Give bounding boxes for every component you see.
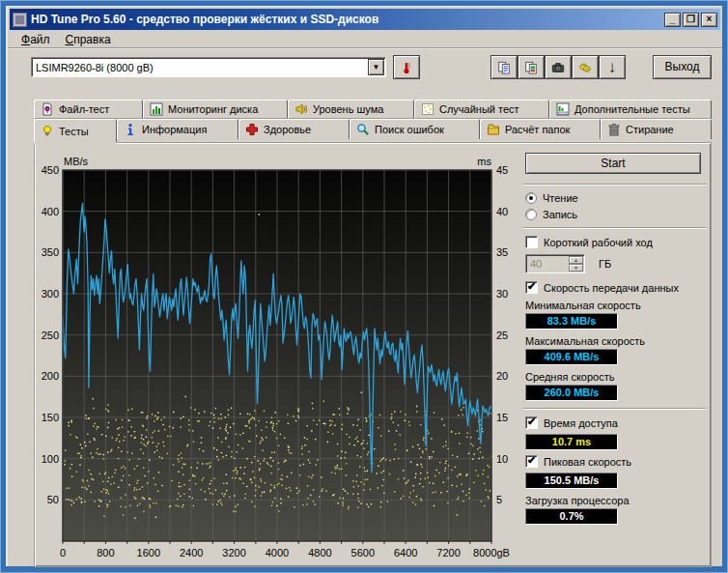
tab-file-test[interactable]: Файл-тест <box>34 100 143 119</box>
tab-label: Уровень шума <box>313 103 383 115</box>
read-radio-row[interactable]: Чтение <box>525 192 707 204</box>
start-button[interactable]: Start <box>525 153 701 174</box>
read-label: Чтение <box>543 192 578 204</box>
tab-extra-tests[interactable]: Дополнительные тесты <box>549 100 712 119</box>
noise-level-icon <box>294 102 308 116</box>
tab-folder-usage[interactable]: Расчёт папок <box>480 119 601 139</box>
tab-label: Информация <box>142 124 207 135</box>
max-speed-label: Максимальная скорость <box>525 335 707 347</box>
svg-text:8000gB: 8000gB <box>473 547 510 559</box>
write-radio-row[interactable]: Запись <box>525 209 707 220</box>
transfer-rate-checkbox[interactable]: ✔ <box>525 281 538 294</box>
tab-label: Поиск ошибок <box>375 124 444 135</box>
svg-text:800: 800 <box>97 547 114 559</box>
title-bar[interactable]: HD Tune Pro 5.60 - средство проверки жёс… <box>10 9 720 30</box>
short-stroke-checkbox[interactable]: ✔ <box>525 236 538 248</box>
menu-bar: Файл Справка <box>8 30 722 49</box>
svg-text:1600: 1600 <box>137 547 160 559</box>
spinner-up-icon[interactable]: ▲ <box>569 256 583 264</box>
maximize-button[interactable]: ❐ <box>683 13 699 27</box>
svg-text:7200: 7200 <box>436 547 460 559</box>
drive-select-value: LSIMR9260-8i (8000 gB) <box>32 62 367 73</box>
separator <box>523 408 707 410</box>
window-body: HD Tune Pro 5.60 - средство проверки жёс… <box>6 6 722 566</box>
svg-text:50: 50 <box>47 494 59 505</box>
spinner-down-icon[interactable]: ▼ <box>569 264 583 272</box>
capacity-value: 40 <box>526 255 568 272</box>
capacity-spinner[interactable]: 40 ▲▼ <box>525 254 585 273</box>
tab-label: Мониторинг диска <box>168 103 258 115</box>
svg-text:40: 40 <box>496 206 508 217</box>
copy-text-button[interactable] <box>490 55 518 79</box>
tab-random-test[interactable]: Случайный тест <box>414 100 549 119</box>
cpu-usage-value: 0.7% <box>525 508 618 525</box>
save-results-button[interactable]: ↓ <box>599 55 626 79</box>
chevron-down-icon[interactable]: ▼ <box>368 59 384 75</box>
minimize-button[interactable]: _ <box>664 13 681 27</box>
drive-select[interactable]: LSIMR9260-8i (8000 gB) ▼ <box>31 57 386 77</box>
exit-button[interactable]: Выход <box>653 55 712 79</box>
burst-rate-checkbox[interactable]: ✔ <box>525 455 538 468</box>
menu-file[interactable]: Файл <box>14 31 58 48</box>
read-radio[interactable] <box>525 192 537 204</box>
burst-rate-label: Пиковая скорость <box>544 456 631 468</box>
short-stroke-size-row: 40 ▲▼ ГБ <box>525 254 707 273</box>
tab-label: Тесты <box>59 126 89 137</box>
tab-error-scan[interactable]: Поиск ошибок <box>350 119 480 139</box>
close-button[interactable]: × <box>701 13 717 27</box>
svg-text:3200: 3200 <box>222 547 245 559</box>
svg-text:300: 300 <box>42 288 59 300</box>
cpu-usage-label: Загрузка процессора <box>525 495 707 506</box>
hands-button[interactable] <box>572 55 599 79</box>
svg-text:400: 400 <box>42 206 59 217</box>
tab-row-1: Файл-тест Мониторинг диска Уровень шума … <box>34 100 712 119</box>
tab-disk-monitor[interactable]: Мониторинг диска <box>143 100 288 119</box>
hands-icon <box>578 61 592 74</box>
svg-text:0: 0 <box>60 547 66 559</box>
copy-image-button[interactable] <box>518 55 545 79</box>
max-speed-value: 409.6 MB/s <box>525 349 618 365</box>
separator <box>523 227 707 229</box>
temperature-button[interactable] <box>393 55 420 79</box>
copy-text-icon <box>497 61 511 74</box>
svg-text:25: 25 <box>496 329 508 341</box>
random-test-icon <box>421 102 434 116</box>
svg-text:2400: 2400 <box>180 547 203 559</box>
access-time-checkbox[interactable]: ✔ <box>525 416 538 429</box>
svg-text:5: 5 <box>496 494 502 505</box>
svg-text:10: 10 <box>496 453 508 465</box>
access-time-row[interactable]: ✔ Время доступа <box>525 416 707 429</box>
access-time-value: 10.7 ms <box>525 434 618 450</box>
tab-info[interactable]: Информация <box>117 119 238 139</box>
tab-erase[interactable]: Стирание <box>601 119 712 139</box>
tab-row-2: Тесты Информация Здоровье Поиск ошибок Р… <box>34 119 712 139</box>
burst-rate-row[interactable]: ✔ Пиковая скорость <box>525 455 707 468</box>
tab-noise-level[interactable]: Уровень шума <box>288 100 414 119</box>
tab-benchmark[interactable]: Тесты <box>34 119 117 142</box>
svg-text:4800: 4800 <box>308 547 331 559</box>
folder-usage-icon <box>487 123 500 136</box>
tab-label: Случайный тест <box>439 103 519 115</box>
error-scan-icon <box>356 123 370 136</box>
menu-help[interactable]: Справка <box>58 31 119 48</box>
svg-text:4000: 4000 <box>266 547 289 559</box>
benchmark-panel: MB/sms5010015020025030035040045051015202… <box>34 142 712 567</box>
svg-text:35: 35 <box>496 246 508 258</box>
copy-image-icon <box>524 61 538 74</box>
svg-text:150: 150 <box>42 412 59 423</box>
screenshot-button[interactable] <box>545 55 572 79</box>
thermometer-icon <box>400 61 413 74</box>
short-stroke-row[interactable]: ✔ Короткий рабочий ход <box>525 236 707 248</box>
min-speed-value: 83.3 MB/s <box>525 313 618 329</box>
svg-text:15: 15 <box>496 412 508 423</box>
svg-text:250: 250 <box>42 329 59 341</box>
transfer-rate-row[interactable]: ✔ Скорость передачи данных <box>525 281 707 294</box>
svg-text:MB/s: MB/s <box>64 156 89 167</box>
tab-health[interactable]: Здоровье <box>238 119 350 139</box>
write-radio[interactable] <box>525 209 537 220</box>
svg-text:6400: 6400 <box>394 547 417 559</box>
capacity-unit-label: ГБ <box>599 258 611 270</box>
tab-label: Стирание <box>626 124 674 135</box>
transfer-rate-label: Скорость передачи данных <box>544 282 679 294</box>
svg-text:5600: 5600 <box>351 547 375 559</box>
